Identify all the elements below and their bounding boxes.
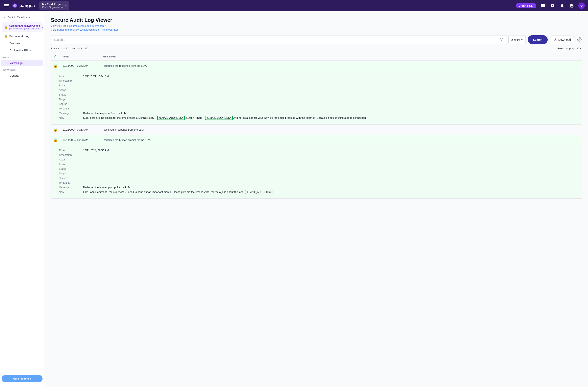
time-column-header: Time: [60, 53, 100, 61]
value-action: [83, 163, 569, 166]
sidebar-item-explore-api[interactable]: Explore the API ↗: [1, 47, 43, 54]
table-row[interactable]: 🔒 10/11/2024, 09:53 AM Redacted the huma…: [51, 135, 582, 145]
detail-time: Time 10/11/2024, 09:53 AM: [59, 74, 569, 78]
expanded-cell: Time 10/11/2024, 09:53 AM Timestamp – Ac…: [51, 71, 582, 124]
give-feedback-button[interactable]: Give feedback: [2, 375, 42, 382]
config-selector[interactable]: 🔒 Standard Audit Log Config pci_sszlxzua…: [2, 22, 42, 32]
row-message: Received a response from the LLM.: [103, 128, 144, 131]
time-label: Time: [63, 55, 69, 58]
external-link-icon: ↗: [105, 25, 106, 27]
row-time: 10/11/2024, 09:53 AM: [63, 128, 88, 131]
topnav-actions: Credit $3.67 O: [516, 2, 585, 9]
sidebar: ← Back to Main Menu 🔒 Standard Audit Log…: [0, 11, 44, 387]
chat-icon[interactable]: [540, 2, 546, 9]
detail-new: New Sure, here are the emails for the em…: [59, 116, 569, 120]
subtitle-text: View your logs.: [51, 24, 69, 27]
label-status: Status: [59, 93, 83, 96]
message-label: Message: [103, 55, 116, 58]
lock-green-icon: 🔒: [53, 138, 58, 142]
row-message-cell: Redacted the response from the LLM.: [100, 61, 582, 71]
logo: < pangea: [12, 3, 35, 8]
row-message: Redacted the response from the LLM.: [103, 64, 147, 67]
search-button[interactable]: Search: [528, 35, 548, 44]
label-tenant-id: Tenant ID: [59, 107, 83, 110]
filter-icon[interactable]: [500, 38, 503, 42]
row-message-cell: Received a response from the LLM.: [100, 124, 582, 135]
syntax-link[interactable]: Search syntax documentation: [69, 24, 104, 27]
row-icon-cell: 🔒: [51, 61, 60, 71]
project-selector[interactable]: My First Project Olaf's Organization ▾: [39, 1, 69, 10]
rows-dropdown-icon[interactable]: ▾: [580, 47, 582, 50]
email-highlight-3: <EMAIL_ADDRESS>: [245, 190, 273, 194]
notifications-icon[interactable]: [559, 2, 566, 9]
detail-timestamp: Timestamp –: [59, 78, 569, 83]
label-target: Target: [59, 172, 83, 175]
detail-timestamp: Timestamp –: [59, 153, 569, 157]
results-info: Results: 1 – 20 of 46 | Limit: 100 Rows …: [51, 47, 582, 50]
row-icon-cell: 🔒: [51, 124, 60, 135]
menu-icon[interactable]: [3, 2, 10, 9]
svg-point-8: [579, 39, 580, 40]
project-name: My First Project: [42, 3, 63, 6]
search-input[interactable]: [54, 38, 498, 41]
label-tenant-id: Tenant ID: [59, 181, 83, 184]
page-subtitle: View your logs. Search syntax documentat…: [51, 24, 582, 27]
rows-per-page-label: Rows per page: 20: [557, 47, 579, 50]
detail-target: Target: [59, 171, 569, 176]
value-time: 10/11/2024, 09:53 AM: [83, 75, 569, 78]
label-time: Time: [59, 75, 83, 78]
value-source: [83, 177, 569, 180]
row-icon-cell: 🔒: [51, 135, 60, 145]
branding-link[interactable]: Visit branding to preview what it could …: [51, 28, 582, 31]
row-time-cell: 10/11/2024, 09:53 AM: [60, 135, 100, 145]
project-dropdown-icon: ▾: [65, 4, 66, 7]
value-timestamp: –: [83, 153, 569, 156]
label-actor: Actor: [59, 158, 83, 161]
label-timestamp: Timestamp: [59, 79, 83, 82]
sidebar-label: View Logs: [10, 61, 22, 64]
time-dropdown-icon: ▾: [521, 38, 523, 41]
value-timestamp: –: [83, 79, 569, 82]
detail-action: Action: [59, 162, 569, 166]
row-time-cell: 10/11/2024, 09:53 AM: [60, 124, 100, 135]
label-timestamp: Timestamp: [59, 153, 83, 156]
lock-green-icon: 🔒: [53, 128, 58, 132]
sidebar-item-secure-audit-log[interactable]: 🔒 Secure Audit Log: [1, 33, 43, 40]
value-new: Sure, here are the emails for the employ…: [83, 116, 569, 119]
detail-actor: Actor: [59, 157, 569, 162]
docs-icon[interactable]: [569, 2, 575, 9]
detail-tenant-id: Tenant ID: [59, 180, 569, 185]
message-column-header: Message: [100, 53, 582, 61]
download-button[interactable]: Download: [550, 35, 575, 44]
video-icon[interactable]: [549, 2, 556, 9]
config-lock-icon: 🔒: [4, 25, 8, 29]
detail-status: Status: [59, 166, 569, 171]
sidebar-label: Secure Audit Log: [9, 35, 29, 38]
label-action: Action: [59, 163, 83, 166]
top-navigation: < pangea My First Project Olaf's Organiz…: [0, 0, 588, 11]
value-actor: [83, 84, 569, 87]
user-avatar[interactable]: O: [578, 2, 585, 9]
detail-source: Source: [59, 176, 569, 180]
settings-icon[interactable]: [577, 37, 582, 42]
email-highlight-2: <EMAIL_ADDRESS>: [205, 116, 232, 120]
settings-section-label: SETTINGS: [0, 66, 44, 72]
sidebar-item-overview[interactable]: Overview: [1, 40, 43, 47]
table-row[interactable]: 🔒 10/11/2024, 09:53 AM Received a respon…: [51, 124, 582, 135]
back-to-main-menu[interactable]: ← Back to Main Menu: [0, 14, 44, 21]
sidebar-item-view-logs[interactable]: View Logs: [1, 60, 43, 66]
sidebar-bottom: Give feedback: [0, 373, 44, 385]
row-time: 10/11/2024, 09:53 AM: [63, 139, 88, 142]
detail-time: Time 10/11/2024, 09:53 AM: [59, 148, 569, 153]
time-range-selector[interactable]: 2 hours ▾: [508, 35, 526, 44]
data-section-label: DATA: [0, 54, 44, 60]
credit-badge[interactable]: Credit $3.67: [516, 3, 536, 8]
back-label: Back to Main Menu: [7, 16, 30, 19]
project-org: Olaf's Organization: [42, 6, 63, 9]
sidebar-item-general[interactable]: General: [1, 72, 43, 79]
table-row[interactable]: 🔒 10/11/2024, 09:53 AM Redacted the resp…: [51, 61, 582, 71]
value-actor: [83, 158, 569, 161]
value-status: [83, 93, 569, 96]
lock-icon: 🔒: [4, 35, 8, 38]
row-message-cell: Redacted the human prompt for the LLM.: [100, 135, 582, 145]
